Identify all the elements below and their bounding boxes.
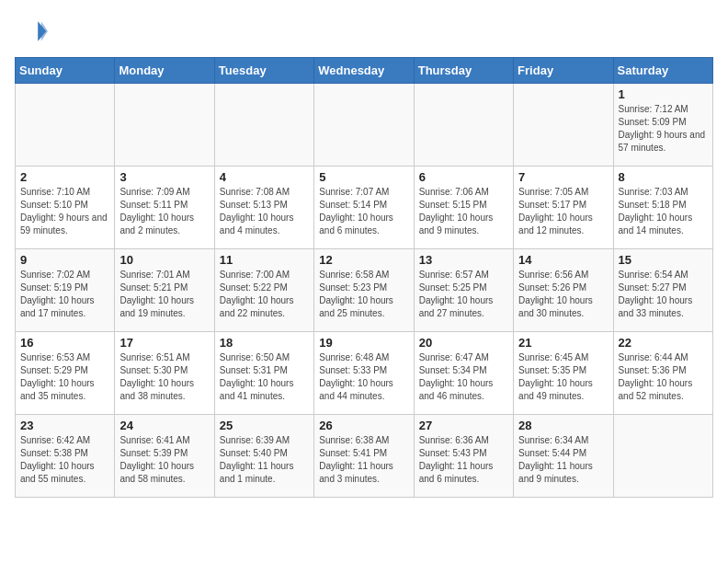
day-cell (16, 84, 115, 167)
day-number: 4 (220, 170, 309, 184)
day-number: 23 (20, 419, 109, 432)
week-row-1: 1Sunrise: 7:12 AM Sunset: 5:09 PM Daylig… (16, 84, 713, 167)
day-number: 1 (619, 87, 708, 101)
day-info: Sunrise: 6:47 AM Sunset: 5:34 PM Dayligh… (419, 351, 508, 403)
day-info: Sunrise: 6:44 AM Sunset: 5:36 PM Dayligh… (619, 351, 708, 403)
day-cell: 4Sunrise: 7:08 AM Sunset: 5:13 PM Daylig… (214, 167, 313, 249)
day-info: Sunrise: 7:01 AM Sunset: 5:21 PM Dayligh… (119, 269, 209, 320)
header-day-wednesday: Wednesday (314, 58, 414, 84)
day-cell: 21Sunrise: 6:45 AM Sunset: 5:35 PM Dayli… (514, 332, 613, 415)
day-info: Sunrise: 6:48 AM Sunset: 5:33 PM Dayligh… (319, 351, 408, 403)
day-info: Sunrise: 7:05 AM Sunset: 5:17 PM Dayligh… (518, 186, 608, 237)
day-cell (214, 84, 313, 167)
week-row-2: 2Sunrise: 7:10 AM Sunset: 5:10 PM Daylig… (16, 167, 713, 249)
header-day-tuesday: Tuesday (214, 58, 313, 84)
day-cell: 25Sunrise: 6:39 AM Sunset: 5:40 PM Dayli… (214, 415, 313, 498)
day-number: 20 (419, 336, 508, 350)
day-cell (514, 84, 613, 167)
day-info: Sunrise: 7:00 AM Sunset: 5:22 PM Dayligh… (220, 269, 309, 320)
day-cell: 28Sunrise: 6:34 AM Sunset: 5:44 PM Dayli… (514, 415, 613, 498)
day-info: Sunrise: 6:34 AM Sunset: 5:44 PM Dayligh… (518, 434, 608, 486)
day-cell (115, 84, 214, 167)
day-info: Sunrise: 6:56 AM Sunset: 5:26 PM Dayligh… (518, 269, 608, 320)
day-cell: 1Sunrise: 7:12 AM Sunset: 5:09 PM Daylig… (613, 84, 712, 167)
day-info: Sunrise: 7:03 AM Sunset: 5:18 PM Dayligh… (619, 186, 708, 237)
day-number: 13 (419, 253, 508, 267)
day-info: Sunrise: 6:36 AM Sunset: 5:43 PM Dayligh… (419, 434, 508, 486)
day-cell: 23Sunrise: 6:42 AM Sunset: 5:38 PM Dayli… (16, 415, 115, 498)
day-cell: 7Sunrise: 7:05 AM Sunset: 5:17 PM Daylig… (514, 167, 613, 249)
day-number: 7 (518, 170, 608, 184)
day-info: Sunrise: 6:51 AM Sunset: 5:30 PM Dayligh… (119, 351, 209, 403)
day-info: Sunrise: 6:45 AM Sunset: 5:35 PM Dayligh… (518, 351, 608, 403)
day-info: Sunrise: 7:08 AM Sunset: 5:13 PM Dayligh… (220, 186, 309, 237)
day-number: 9 (20, 253, 109, 267)
day-cell: 8Sunrise: 7:03 AM Sunset: 5:18 PM Daylig… (613, 167, 712, 249)
day-info: Sunrise: 6:42 AM Sunset: 5:38 PM Dayligh… (20, 434, 109, 486)
week-row-4: 16Sunrise: 6:53 AM Sunset: 5:29 PM Dayli… (16, 332, 713, 415)
day-number: 3 (119, 170, 209, 184)
day-info: Sunrise: 7:06 AM Sunset: 5:15 PM Dayligh… (419, 186, 508, 237)
day-cell: 19Sunrise: 6:48 AM Sunset: 5:33 PM Dayli… (314, 332, 414, 415)
day-info: Sunrise: 6:50 AM Sunset: 5:31 PM Dayligh… (220, 351, 309, 403)
day-number: 11 (220, 253, 309, 267)
calendar-table: SundayMondayTuesdayWednesdayThursdayFrid… (15, 57, 713, 498)
day-number: 5 (319, 170, 408, 184)
day-info: Sunrise: 6:41 AM Sunset: 5:39 PM Dayligh… (119, 434, 209, 486)
day-cell: 17Sunrise: 6:51 AM Sunset: 5:30 PM Dayli… (115, 332, 214, 415)
week-row-5: 23Sunrise: 6:42 AM Sunset: 5:38 PM Dayli… (16, 415, 713, 498)
day-cell: 24Sunrise: 6:41 AM Sunset: 5:39 PM Dayli… (115, 415, 214, 498)
day-info: Sunrise: 6:54 AM Sunset: 5:27 PM Dayligh… (619, 269, 708, 320)
day-number: 10 (119, 253, 209, 267)
week-row-3: 9Sunrise: 7:02 AM Sunset: 5:19 PM Daylig… (16, 249, 713, 332)
day-cell: 5Sunrise: 7:07 AM Sunset: 5:14 PM Daylig… (314, 167, 414, 249)
day-cell: 6Sunrise: 7:06 AM Sunset: 5:15 PM Daylig… (414, 167, 513, 249)
day-cell: 3Sunrise: 7:09 AM Sunset: 5:11 PM Daylig… (115, 167, 214, 249)
day-number: 22 (619, 336, 708, 350)
header-day-saturday: Saturday (613, 58, 712, 84)
day-number: 19 (319, 336, 408, 350)
day-cell: 22Sunrise: 6:44 AM Sunset: 5:36 PM Dayli… (613, 332, 712, 415)
header-day-thursday: Thursday (414, 58, 513, 84)
day-cell: 10Sunrise: 7:01 AM Sunset: 5:21 PM Dayli… (115, 249, 214, 332)
day-cell: 18Sunrise: 6:50 AM Sunset: 5:31 PM Dayli… (214, 332, 313, 415)
day-number: 27 (419, 419, 508, 432)
day-cell: 9Sunrise: 7:02 AM Sunset: 5:19 PM Daylig… (16, 249, 115, 332)
day-cell: 20Sunrise: 6:47 AM Sunset: 5:34 PM Dayli… (414, 332, 513, 415)
day-number: 14 (518, 253, 608, 267)
day-number: 26 (319, 419, 408, 432)
calendar-header: SundayMondayTuesdayWednesdayThursdayFrid… (16, 58, 713, 84)
day-info: Sunrise: 6:38 AM Sunset: 5:41 PM Dayligh… (319, 434, 408, 486)
header-row: SundayMondayTuesdayWednesdayThursdayFrid… (16, 58, 713, 84)
day-number: 24 (119, 419, 209, 432)
day-cell (613, 415, 712, 498)
day-cell: 12Sunrise: 6:58 AM Sunset: 5:23 PM Dayli… (314, 249, 414, 332)
day-cell: 26Sunrise: 6:38 AM Sunset: 5:41 PM Dayli… (314, 415, 414, 498)
day-cell (414, 84, 513, 167)
day-info: Sunrise: 7:10 AM Sunset: 5:10 PM Dayligh… (20, 186, 109, 237)
day-cell (314, 84, 414, 167)
calendar-body: 1Sunrise: 7:12 AM Sunset: 5:09 PM Daylig… (16, 84, 713, 498)
day-info: Sunrise: 6:57 AM Sunset: 5:25 PM Dayligh… (419, 269, 508, 320)
logo-icon (15, 15, 48, 48)
day-number: 18 (220, 336, 309, 350)
day-number: 2 (20, 170, 109, 184)
day-cell: 15Sunrise: 6:54 AM Sunset: 5:27 PM Dayli… (613, 249, 712, 332)
day-cell: 11Sunrise: 7:00 AM Sunset: 5:22 PM Dayli… (214, 249, 313, 332)
day-number: 6 (419, 170, 508, 184)
day-info: Sunrise: 6:39 AM Sunset: 5:40 PM Dayligh… (220, 434, 309, 486)
logo (15, 15, 51, 48)
day-number: 21 (518, 336, 608, 350)
day-cell: 16Sunrise: 6:53 AM Sunset: 5:29 PM Dayli… (16, 332, 115, 415)
day-info: Sunrise: 7:02 AM Sunset: 5:19 PM Dayligh… (20, 269, 109, 320)
header-day-monday: Monday (115, 58, 214, 84)
day-cell: 13Sunrise: 6:57 AM Sunset: 5:25 PM Dayli… (414, 249, 513, 332)
day-number: 17 (119, 336, 209, 350)
day-info: Sunrise: 7:12 AM Sunset: 5:09 PM Dayligh… (619, 103, 708, 155)
day-info: Sunrise: 6:58 AM Sunset: 5:23 PM Dayligh… (319, 269, 408, 320)
day-info: Sunrise: 7:07 AM Sunset: 5:14 PM Dayligh… (319, 186, 408, 237)
header-day-sunday: Sunday (16, 58, 115, 84)
day-cell: 14Sunrise: 6:56 AM Sunset: 5:26 PM Dayli… (514, 249, 613, 332)
day-number: 15 (619, 253, 708, 267)
day-cell: 27Sunrise: 6:36 AM Sunset: 5:43 PM Dayli… (414, 415, 513, 498)
